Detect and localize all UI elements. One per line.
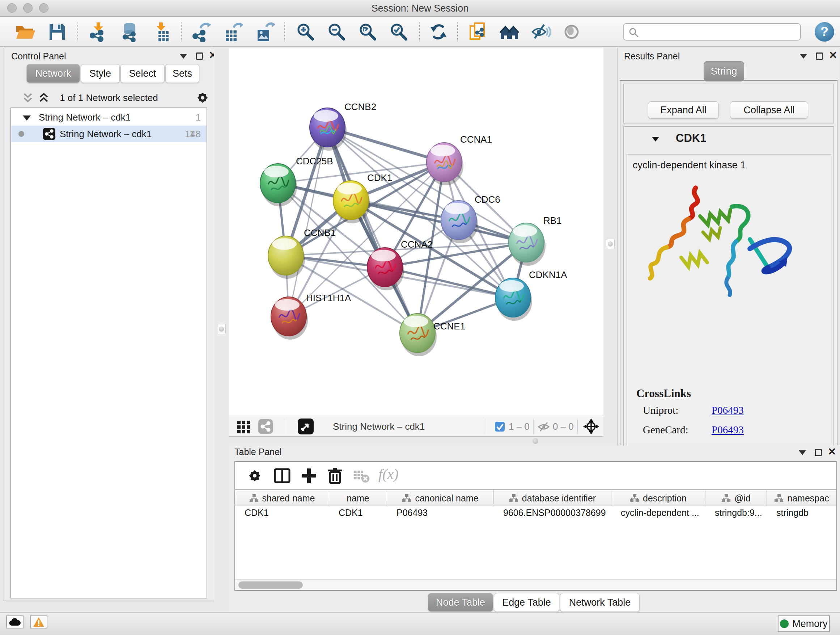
open-session-icon[interactable] — [14, 22, 35, 42]
tree-expand-caret-icon[interactable] — [23, 116, 31, 120]
cell-namespace[interactable]: stringdb — [767, 505, 836, 520]
tab-network-table[interactable]: Network Table — [560, 593, 639, 612]
network-node-CDKN1A[interactable] — [495, 278, 532, 321]
horizontal-scrollbar[interactable] — [235, 579, 836, 590]
tab-string[interactable]: String — [704, 61, 744, 81]
network-graph[interactable]: CCNB2CCNA1CDC25BCDK1CDC6RB1CCNB1CCNA2CDK… — [229, 48, 603, 416]
collapse-all-button[interactable]: Collapse All — [730, 101, 808, 119]
table-row[interactable]: CDK1 CDK1 P06493 9606.ENSP00000378699 cy… — [235, 505, 836, 520]
collection-count: 1 — [196, 109, 201, 126]
network-options-gear-icon[interactable] — [195, 90, 210, 105]
cell-id[interactable]: stringdb:9... — [706, 505, 767, 520]
column-header[interactable]: name — [329, 490, 387, 506]
help-button[interactable]: ? — [815, 22, 834, 42]
selected-checkbox-icon[interactable] — [495, 422, 505, 432]
results-panel-float-icon[interactable] — [816, 52, 823, 60]
control-panel-menu-icon[interactable] — [180, 54, 187, 59]
expand-all-button[interactable]: Expand All — [648, 101, 719, 119]
network-node-CDK1[interactable] — [333, 181, 370, 223]
results-panel-close-icon[interactable]: ✕ — [829, 52, 837, 59]
zoom-in-icon[interactable] — [295, 22, 316, 42]
cell-database-identifier[interactable]: 9606.ENSP00000378699 — [494, 505, 611, 520]
view-list-share-icon[interactable] — [258, 419, 273, 434]
network-node-CDC25B[interactable] — [260, 164, 297, 206]
column-header[interactable]: namespac — [767, 490, 836, 506]
network-row-selected[interactable]: String Network – cdk1 11 48 — [11, 126, 207, 142]
hidden-eye-icon[interactable] — [538, 421, 550, 433]
hide-selected-icon[interactable] — [531, 22, 551, 42]
show-graphics-details-icon[interactable] — [561, 22, 582, 42]
new-network-from-selection-icon[interactable] — [467, 22, 488, 42]
right-splitter[interactable] — [603, 48, 617, 416]
cell-shared-name[interactable]: CDK1 — [235, 505, 329, 520]
network-node-CCNB2[interactable] — [309, 108, 347, 150]
table-options-gear-icon[interactable] — [245, 466, 264, 485]
function-builder-fx-icon: f(x) — [378, 466, 399, 483]
apply-layout-icon[interactable] — [428, 22, 448, 42]
network-node-CCNA1[interactable] — [426, 143, 463, 185]
crosslink-link[interactable]: P06493 — [712, 424, 744, 436]
node-label-RB1: RB1 — [543, 215, 562, 226]
node-label-CCNA2: CCNA2 — [401, 239, 433, 250]
export-image-icon[interactable] — [255, 22, 275, 42]
export-table-icon[interactable] — [223, 22, 243, 42]
delete-column-icon[interactable] — [325, 466, 344, 485]
gene-name: CDK1 — [676, 132, 706, 145]
memory-button[interactable]: Memory — [778, 616, 830, 632]
table-panel-close-icon[interactable]: ✕ — [828, 448, 836, 455]
warnings-button[interactable] — [30, 616, 47, 629]
tab-edge-table[interactable]: Edge Table — [494, 593, 559, 612]
zoom-selected-icon[interactable] — [388, 22, 409, 42]
fit-content-icon[interactable] — [357, 22, 378, 42]
left-splitter-handle[interactable] — [217, 324, 226, 334]
column-header[interactable]: @id — [706, 490, 767, 506]
collapse-all-icon[interactable] — [21, 92, 34, 105]
view-grid-icon[interactable] — [237, 419, 251, 434]
scrollbar-thumb[interactable] — [238, 581, 303, 589]
column-header[interactable]: shared name — [235, 490, 329, 506]
save-session-icon[interactable] — [47, 22, 67, 42]
import-network-database-icon[interactable] — [120, 22, 141, 42]
results-panel-menu-icon[interactable] — [800, 54, 807, 59]
create-column-icon[interactable] — [300, 466, 318, 485]
tab-node-table[interactable]: Node Table — [428, 593, 493, 612]
first-neighbors-icon[interactable] — [499, 22, 519, 42]
right-splitter-handle[interactable] — [606, 239, 615, 249]
network-canvas[interactable]: CCNB2CCNA1CDC25BCDK1CDC6RB1CCNB1CCNA2CDK… — [229, 48, 603, 416]
cell-description[interactable]: cyclin-dependent ... — [611, 505, 706, 520]
export-network-icon[interactable] — [191, 22, 211, 42]
column-header[interactable]: canonical name — [387, 490, 494, 506]
search-input[interactable] — [643, 25, 794, 38]
birdseye-crosshair-icon[interactable] — [583, 418, 599, 434]
gene-section: CDK1 cyclin-dependent kinase 1 — [623, 126, 834, 449]
network-node-CCNE1[interactable] — [400, 314, 437, 356]
import-network-file-icon[interactable] — [88, 22, 109, 42]
network-collection-row[interactable]: String Network – cdk1 1 — [11, 109, 207, 126]
network-selection-status: 1 of 1 Network selected — [47, 92, 171, 103]
show-columns-icon[interactable] — [273, 466, 292, 485]
control-panel-float-icon[interactable] — [196, 52, 203, 60]
network-node-RB1[interactable] — [508, 223, 546, 266]
tab-sets[interactable]: Sets — [165, 64, 199, 83]
table-panel-menu-icon[interactable] — [799, 450, 806, 455]
bottom-splitter-handle[interactable] — [532, 438, 538, 444]
tab-network[interactable]: Network — [27, 64, 80, 83]
table-panel-float-icon[interactable] — [815, 449, 822, 456]
gene-section-caret-icon[interactable] — [652, 137, 659, 141]
tab-select[interactable]: Select — [120, 64, 164, 83]
import-table-icon[interactable] — [152, 22, 172, 42]
zoom-out-icon[interactable] — [326, 22, 347, 42]
network-edge-CCNA2-CDKN1A[interactable] — [385, 267, 513, 298]
crosslink-link[interactable]: P06493 — [712, 404, 744, 416]
cell-canonical-name[interactable]: P06493 — [387, 505, 494, 520]
detach-view-icon[interactable] — [298, 418, 314, 434]
network-node-CCNA2[interactable] — [367, 248, 404, 290]
left-splitter[interactable] — [214, 48, 229, 601]
column-header[interactable]: description — [611, 490, 706, 506]
cloud-button[interactable] — [6, 616, 24, 629]
tab-style[interactable]: Style — [81, 64, 120, 83]
column-header[interactable]: database identifier — [494, 490, 611, 506]
network-collection-label: String Network – cdk1 — [39, 109, 131, 126]
shared-column-icon — [774, 494, 783, 502]
cell-name[interactable]: CDK1 — [329, 505, 387, 520]
